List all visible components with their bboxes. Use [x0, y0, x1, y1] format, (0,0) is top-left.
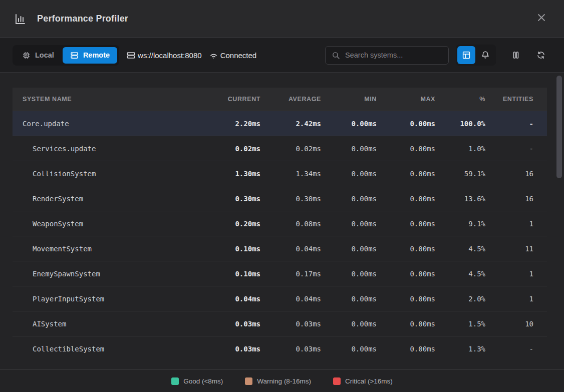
- current-cell: 0.03ms: [205, 320, 260, 328]
- table-header-row: SYSTEM NAME CURRENT AVERAGE MIN MAX % EN…: [13, 88, 547, 111]
- search-input[interactable]: [345, 51, 442, 59]
- table-row[interactable]: AISystem 0.03ms 0.03ms 0.00ms 0.00ms 1.5…: [13, 311, 547, 336]
- systems-table: SYSTEM NAME CURRENT AVERAGE MIN MAX % EN…: [13, 88, 547, 361]
- table-row[interactable]: CollectibleSystem 0.03ms 0.03ms 0.00ms 0…: [13, 336, 547, 361]
- system-name-cell: PlayerInputSystem: [13, 295, 205, 303]
- bar-chart-icon: [14, 13, 26, 25]
- column-header-percent[interactable]: %: [435, 96, 485, 103]
- current-cell: 0.30ms: [205, 195, 260, 203]
- min-cell: 0.00ms: [321, 170, 377, 178]
- current-cell: 0.20ms: [205, 220, 260, 228]
- view-toggle-group: [456, 45, 496, 66]
- system-name-cell: WeaponSystem: [13, 220, 205, 228]
- column-header-max[interactable]: MAX: [377, 96, 435, 103]
- legend-item-critical: Critical (>16ms): [333, 377, 393, 385]
- search-box: [325, 46, 449, 65]
- legend-label: Good (<8ms): [183, 377, 223, 385]
- percent-cell: 1.3%: [435, 345, 485, 353]
- current-cell: 0.10ms: [205, 245, 260, 253]
- legend-item-warning: Warning (8-16ms): [245, 377, 311, 385]
- refresh-button[interactable]: [532, 46, 550, 64]
- scrollbar-track[interactable]: [555, 75, 563, 367]
- entities-cell: 1: [485, 270, 547, 278]
- table-body: Core.update 2.20ms 2.42ms 0.00ms 0.00ms …: [13, 111, 547, 361]
- remote-mode-button[interactable]: Remote: [63, 47, 117, 64]
- current-cell: 0.03ms: [205, 345, 260, 353]
- cpu-chip-icon: [22, 51, 31, 60]
- max-cell: 0.00ms: [377, 345, 435, 353]
- current-cell: 2.20ms: [205, 120, 260, 128]
- local-mode-button[interactable]: Local: [15, 47, 62, 64]
- system-name-cell: Services.update: [13, 145, 205, 153]
- table-row[interactable]: WeaponSystem 0.20ms 0.08ms 0.00ms 0.00ms…: [13, 211, 547, 236]
- min-cell: 0.00ms: [321, 295, 377, 303]
- system-name-cell: CollisionSystem: [13, 170, 205, 178]
- average-cell: 0.03ms: [260, 345, 321, 353]
- pause-button[interactable]: [507, 46, 525, 64]
- average-cell: 0.30ms: [260, 195, 321, 203]
- legend-bar: Good (<8ms) Warning (8-16ms) Critical (>…: [0, 369, 564, 392]
- max-cell: 0.00ms: [377, 320, 435, 328]
- entities-cell: 1: [485, 220, 547, 228]
- min-cell: 0.00ms: [321, 270, 377, 278]
- column-header-entities[interactable]: ENTITIES: [485, 96, 547, 103]
- min-cell: 0.00ms: [321, 345, 377, 353]
- bell-icon: [481, 51, 490, 60]
- entities-cell: 1: [485, 295, 547, 303]
- entities-cell: -: [485, 345, 547, 353]
- table-row[interactable]: Core.update 2.20ms 2.42ms 0.00ms 0.00ms …: [13, 111, 547, 136]
- search-icon: [332, 51, 340, 60]
- min-cell: 0.00ms: [321, 245, 377, 253]
- percent-cell: 4.5%: [435, 245, 485, 253]
- table-row[interactable]: PlayerInputSystem 0.04ms 0.04ms 0.00ms 0…: [13, 286, 547, 311]
- min-cell: 0.00ms: [321, 220, 377, 228]
- table-row[interactable]: EnemySpawnSystem 0.10ms 0.17ms 0.00ms 0.…: [13, 261, 547, 286]
- close-icon: [537, 13, 546, 25]
- entities-cell: 10: [485, 320, 547, 328]
- table-view-button[interactable]: [457, 46, 475, 64]
- local-mode-label: Local: [35, 51, 54, 59]
- scrollbar-thumb[interactable]: [556, 76, 562, 178]
- table-row[interactable]: CollisionSystem 1.30ms 1.34ms 0.00ms 0.0…: [13, 161, 547, 186]
- column-header-current[interactable]: CURRENT: [205, 96, 260, 103]
- connection-url: ws://localhost:8080: [138, 51, 202, 60]
- wifi-icon: [209, 51, 218, 60]
- server-url-icon: [126, 51, 136, 60]
- max-cell: 0.00ms: [377, 170, 435, 178]
- percent-cell: 100.0%: [435, 120, 485, 128]
- min-cell: 0.00ms: [321, 145, 377, 153]
- column-header-min[interactable]: MIN: [321, 96, 377, 103]
- max-cell: 0.00ms: [377, 295, 435, 303]
- legend-item-good: Good (<8ms): [171, 377, 223, 385]
- table-row[interactable]: MovementSystem 0.10ms 0.04ms 0.00ms 0.00…: [13, 236, 547, 261]
- connection-status: Connected: [220, 51, 257, 60]
- column-header-system-name[interactable]: SYSTEM NAME: [13, 96, 205, 103]
- alerts-button[interactable]: [476, 46, 494, 64]
- min-cell: 0.00ms: [321, 320, 377, 328]
- system-name-cell: AISystem: [13, 320, 205, 328]
- table-row[interactable]: RenderSystem 0.30ms 0.30ms 0.00ms 0.00ms…: [13, 186, 547, 211]
- table-icon: [462, 51, 471, 60]
- server-icon: [70, 51, 79, 60]
- current-cell: 1.30ms: [205, 170, 260, 178]
- column-header-average[interactable]: AVERAGE: [260, 96, 321, 103]
- percent-cell: 1.0%: [435, 145, 485, 153]
- min-cell: 0.00ms: [321, 120, 377, 128]
- current-cell: 0.04ms: [205, 295, 260, 303]
- system-name-cell: Core.update: [13, 120, 205, 128]
- average-cell: 0.03ms: [260, 320, 321, 328]
- system-name-cell: RenderSystem: [13, 195, 205, 203]
- current-cell: 0.02ms: [205, 145, 260, 153]
- average-cell: 0.08ms: [260, 220, 321, 228]
- system-name-cell: EnemySpawnSystem: [13, 270, 205, 278]
- system-name-cell: CollectibleSystem: [13, 345, 205, 353]
- profiler-content: SYSTEM NAME CURRENT AVERAGE MIN MAX % EN…: [0, 73, 564, 369]
- min-cell: 0.00ms: [321, 195, 377, 203]
- mode-toggle: Local Remote: [13, 45, 119, 66]
- close-button[interactable]: [533, 11, 550, 28]
- pause-icon: [511, 51, 520, 60]
- max-cell: 0.00ms: [377, 270, 435, 278]
- entities-cell: 11: [485, 245, 547, 253]
- max-cell: 0.00ms: [377, 120, 435, 128]
- table-row[interactable]: Services.update 0.02ms 0.02ms 0.00ms 0.0…: [13, 136, 547, 161]
